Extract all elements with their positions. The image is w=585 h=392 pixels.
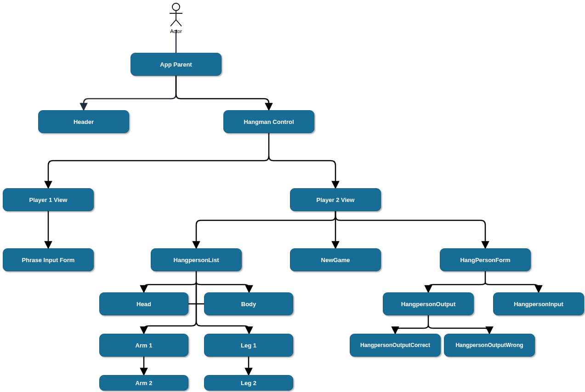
svg-point-0 [172,3,180,11]
node-app-parent: App Parent [131,53,222,76]
node-hangperson-form: HangPersonForm [440,248,531,271]
node-hangperson-output-correct: HangpersonOutputCorrect [350,334,441,357]
node-hangperson-output: HangpersonOutput [383,292,474,315]
node-hangperson-output-wrong: HangpersonOutputWrong [444,334,535,357]
node-arm2: Arm 2 [99,375,188,391]
node-label: HangpersonOutputCorrect [360,342,430,348]
node-player1-view: Player 1 View [3,188,94,211]
node-label: HangPersonForm [460,257,510,263]
actor-label: Actor [170,28,182,34]
node-phrase-input-form: Phrase Input Form [3,248,94,271]
node-label: Head [136,301,151,308]
node-leg1: Leg 1 [204,334,293,357]
node-leg2: Leg 2 [204,375,293,391]
node-arm1: Arm 1 [99,334,188,357]
node-label: App Parent [160,61,192,68]
node-label: HangpersonList [174,257,219,263]
node-label: HangpersonOutputWrong [455,342,523,348]
node-header: Header [38,110,129,133]
node-new-game: NewGame [290,248,381,271]
svg-line-4 [176,20,182,26]
node-label: Arm 2 [136,380,153,386]
node-label: NewGame [321,257,350,263]
node-label: Body [241,301,256,308]
node-label: HangpersonOutput [401,301,455,308]
actor: Actor [167,2,185,34]
node-head: Head [99,292,188,315]
node-label: Arm 1 [136,342,153,349]
node-label: Leg 2 [241,380,256,386]
node-label: Player 1 View [29,196,68,203]
node-label: Hangman Control [244,118,294,125]
node-label: Phrase Input Form [22,257,75,263]
node-player2-view: Player 2 View [290,188,381,211]
node-label: HangpersonInput [514,301,563,308]
node-body: Body [204,292,293,315]
node-label: Leg 1 [241,342,256,349]
node-hangperson-list: HangpersonList [151,248,242,271]
diagram-canvas: Actor App Parent Header Hangman Control … [0,0,585,392]
node-label: Header [74,118,94,125]
node-hangperson-input: HangpersonInput [493,292,584,315]
node-label: Player 2 View [317,196,355,203]
node-hangman-control: Hangman Control [223,110,314,133]
svg-line-3 [170,20,176,26]
